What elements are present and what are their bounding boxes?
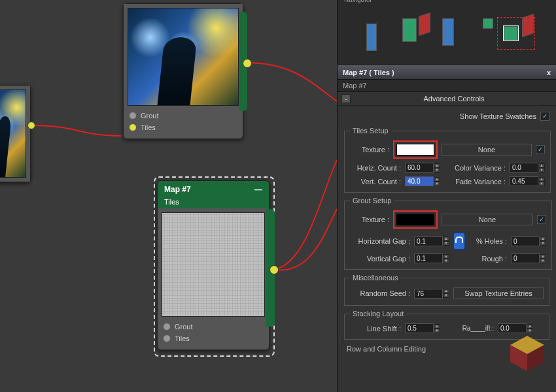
vgap-label: Vertical Gap : (350, 255, 410, 263)
node-slot-tiles[interactable]: Tiles (129, 122, 237, 133)
lineshift-spinner[interactable]: ▲▼ (405, 323, 440, 333)
port-dot[interactable] (129, 123, 137, 131)
fadevar-input[interactable] (510, 176, 538, 186)
rough-spinner[interactable]: ▲▼ (511, 253, 546, 263)
slot-label: Grout (175, 323, 193, 331)
fadevar-spinner[interactable]: ▲▼ (510, 176, 545, 186)
grout-setup-group: Grout Setup Texture : None Horizontal Ga… (344, 197, 552, 270)
swap-textures-button[interactable]: Swap Texture Entries (453, 287, 544, 299)
group-legend: Grout Setup (350, 197, 394, 204)
lineshift-input[interactable] (405, 323, 434, 333)
nav-thumb[interactable] (442, 18, 454, 46)
nav-thumb[interactable] (483, 18, 493, 29)
hgap-spinner[interactable]: ▲▼ (414, 237, 449, 246)
panel-header[interactable]: Map #7 ( Tiles ) x (338, 65, 556, 80)
node-slot-tiles[interactable]: Tiles (163, 333, 264, 344)
group-legend: Miscellaneous (350, 274, 401, 282)
lineshift-label: Line Shift : (350, 325, 401, 333)
seed-label: Random Seed : (350, 289, 410, 297)
node-graph-canvas[interactable]: Grout Tiles Map #7 — Tiles Grout Tiles (0, 0, 337, 392)
group-legend: Stacking Layout (350, 310, 406, 318)
nav-thumb[interactable] (419, 12, 430, 36)
navigator-thumbs (340, 3, 553, 61)
vcount-label: Vert. Count : (350, 178, 401, 186)
node-header[interactable]: Map #7 — (158, 181, 269, 198)
rough-label: Rough : (469, 255, 507, 263)
port-dot[interactable] (163, 335, 171, 342)
holes-label: % Holes : (469, 237, 507, 245)
rollout-title: Advanced Controls (356, 95, 552, 103)
holes-spinner[interactable]: ▲▼ (511, 237, 546, 246)
tiles-texture-button[interactable]: None (442, 144, 532, 155)
port-dot[interactable] (163, 323, 171, 331)
nav-thumb-selected[interactable] (504, 26, 518, 41)
highlight-ring (393, 210, 438, 229)
rough-input[interactable] (511, 253, 540, 263)
node-slot-grout[interactable]: Grout (163, 321, 264, 333)
tiles-texture-swatch[interactable] (396, 144, 434, 155)
tiles-texture-enable-checkbox[interactable] (536, 145, 545, 154)
texture-label: Texture : (350, 146, 389, 154)
nav-thumb[interactable] (522, 14, 534, 37)
node-preview (128, 8, 239, 106)
map-name-field[interactable]: Map #7 (338, 80, 556, 92)
hgap-input[interactable] (414, 237, 443, 246)
node-output-port[interactable] (243, 59, 252, 68)
hgap-label: Horizontal Gap : (350, 237, 410, 245)
nav-thumb[interactable] (366, 24, 377, 51)
grout-texture-button[interactable]: None (442, 214, 533, 225)
node-map7-tiles[interactable]: Map #7 — Tiles Grout Tiles (157, 180, 269, 350)
tiles-setup-group: Tiles Setup Texture : None Horiz. Count … (344, 127, 551, 193)
slot-label: Grout (141, 112, 159, 120)
seed-input[interactable] (414, 289, 443, 299)
slot-label: Tiles (175, 335, 190, 342)
node-slot-grout[interactable]: Grout (129, 110, 237, 122)
rollout-body: Show Texture Swatches Tiles Setup Textur… (338, 106, 556, 358)
colorvar-input[interactable] (510, 163, 538, 172)
vgap-spinner[interactable]: ▲▼ (414, 253, 449, 263)
show-swatches-label: Show Texture Swatches (460, 112, 536, 120)
hcount-spinner[interactable]: ▲▼ (405, 163, 440, 172)
properties-panel: Navigator Map #7 ( Tiles ) x Map #7 - Ad… (337, 0, 556, 392)
colorvar-label: Color Variance : (448, 164, 506, 172)
minimize-icon[interactable]: — (254, 185, 262, 194)
random-label: Ra____ift : (449, 325, 494, 332)
seed-spinner[interactable]: ▲▼ (414, 289, 449, 299)
nav-thumb[interactable] (402, 18, 417, 42)
node-preview (162, 212, 265, 317)
hcount-label: Horiz. Count : (350, 164, 401, 172)
node-subtitle: Tiles (158, 198, 269, 208)
node-bitmap-left[interactable] (0, 85, 31, 182)
rollout-toggle-icon[interactable]: - (341, 94, 351, 103)
highlight-ring (393, 140, 438, 159)
node-title: Map #7 (164, 185, 191, 194)
colorvar-spinner[interactable]: ▲▼ (510, 163, 545, 172)
holes-input[interactable] (511, 237, 540, 246)
node-preview (0, 90, 26, 178)
hcount-input[interactable] (405, 163, 434, 172)
close-icon[interactable]: x (547, 69, 551, 76)
texture-label: Texture : (350, 216, 389, 223)
rollout-header[interactable]: - Advanced Controls (338, 92, 556, 106)
random-input[interactable] (498, 323, 527, 333)
show-swatches-checkbox[interactable] (540, 112, 549, 121)
random-spinner[interactable]: ▲▼ (498, 323, 533, 333)
node-bitmap-starry[interactable]: Grout Tiles (123, 3, 243, 139)
vcount-input[interactable] (405, 176, 434, 186)
node-output-port[interactable] (269, 265, 279, 274)
vcount-spinner[interactable]: ▲▼ (405, 176, 440, 186)
node-output-port[interactable] (27, 122, 35, 129)
navigator-panel[interactable]: Navigator (338, 0, 556, 65)
grout-texture-swatch[interactable] (396, 214, 434, 225)
misc-group: Miscellaneous Random Seed : ▲▼ Swap Text… (344, 274, 549, 306)
port-dot[interactable] (129, 112, 137, 120)
lock-icon[interactable] (453, 233, 465, 250)
fadevar-label: Fade Variance : (448, 178, 506, 186)
group-legend: Tiles Setup (350, 127, 391, 135)
slot-label: Tiles (141, 123, 156, 131)
vgap-input[interactable] (414, 253, 443, 263)
stacking-group: Stacking Layout Line Shift : ▲▼ Ra____if… (344, 310, 549, 340)
panel-title: Map #7 ( Tiles ) (343, 69, 394, 76)
rowcol-legend: Row and Column Editing (344, 344, 549, 354)
grout-texture-enable-checkbox[interactable] (537, 215, 546, 224)
